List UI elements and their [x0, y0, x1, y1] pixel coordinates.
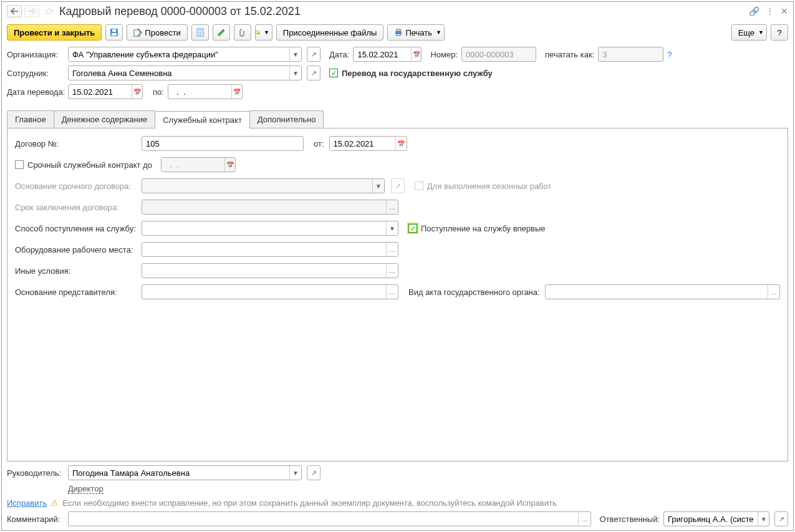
- svg-rect-12: [397, 34, 400, 36]
- first-entry-checkbox[interactable]: ✓: [408, 224, 417, 233]
- favorite-star-icon[interactable]: ☆: [44, 4, 54, 18]
- print-label: Печать: [405, 28, 432, 37]
- responsible-input[interactable]: [664, 512, 758, 526]
- term-label: Срок заключения договора:: [15, 203, 137, 212]
- manager-input-group[interactable]: ▼: [68, 465, 302, 480]
- entry-method-input-group[interactable]: ▼: [142, 221, 398, 236]
- calendar-icon[interactable]: 📅: [395, 137, 406, 150]
- responsible-open-button[interactable]: ↗: [774, 511, 788, 526]
- ellipsis-icon[interactable]: …: [386, 285, 398, 299]
- comment-input[interactable]: [69, 512, 578, 526]
- equipment-input[interactable]: [142, 243, 386, 256]
- link-icon[interactable]: 🔗: [749, 6, 759, 16]
- urgent-label: Срочный служебный контракт до: [27, 160, 152, 170]
- transfer-date-input[interactable]: [69, 85, 132, 99]
- hint-icon[interactable]: ?: [667, 50, 672, 59]
- urgent-date-input: [161, 158, 224, 172]
- org-label: Организация:: [7, 50, 64, 59]
- urgent-checkbox[interactable]: [15, 160, 24, 169]
- more-button[interactable]: Еще ▼: [731, 24, 767, 41]
- nav-forward-button[interactable]: [24, 5, 39, 17]
- term-input-group: …: [142, 200, 398, 215]
- calendar-icon[interactable]: 📅: [231, 85, 242, 99]
- transfer-gov-checkbox[interactable]: ✓: [329, 69, 338, 77]
- fix-link[interactable]: Исправить: [7, 498, 47, 508]
- number-input-group: [461, 47, 536, 62]
- act-type-input[interactable]: [546, 285, 768, 299]
- chevron-down-icon: ▼: [436, 29, 441, 36]
- close-icon[interactable]: ✕: [781, 6, 788, 16]
- more-menu-icon[interactable]: ⋮: [766, 6, 774, 16]
- save-button[interactable]: [105, 24, 123, 41]
- calendar-icon: 📅: [224, 158, 235, 172]
- chevron-down-icon: ▼: [758, 29, 764, 36]
- comment-input-group[interactable]: …: [68, 511, 591, 526]
- more-label: Еще: [738, 28, 754, 37]
- nav-back-button[interactable]: [7, 5, 22, 17]
- tab-contract[interactable]: Служебный контракт: [155, 111, 250, 128]
- act-type-input-group[interactable]: …: [545, 284, 780, 299]
- manager-input[interactable]: [69, 466, 289, 480]
- dropdown-icon[interactable]: ▼: [386, 221, 398, 235]
- contract-no-input-group[interactable]: [142, 136, 304, 151]
- help-button[interactable]: ?: [771, 24, 788, 41]
- calendar-icon[interactable]: 📅: [132, 85, 142, 99]
- employee-input-group[interactable]: ▼: [68, 65, 302, 80]
- tab-content-contract: Договор №: от: 📅 Срочный служебный контр…: [7, 128, 788, 462]
- first-entry-label: Поступление на службу впервые: [421, 224, 546, 233]
- act-type-label: Вид акта государственного органа:: [408, 288, 540, 297]
- ellipsis-icon[interactable]: …: [578, 512, 590, 526]
- approve-button[interactable]: Провести: [127, 24, 188, 41]
- org-input-group[interactable]: ▼: [68, 47, 302, 62]
- date-input-group[interactable]: 📅: [353, 47, 422, 62]
- term-input: [142, 200, 386, 214]
- to-date-input-group[interactable]: 📅: [168, 84, 243, 99]
- document-icon-button[interactable]: [191, 24, 209, 41]
- manager-label: Руководитель:: [7, 468, 64, 478]
- entry-method-input[interactable]: [142, 221, 386, 235]
- template-dropdown-button[interactable]: ▼: [255, 24, 272, 41]
- date-input[interactable]: [354, 47, 410, 61]
- to-date-input[interactable]: [168, 85, 231, 99]
- ellipsis-icon: …: [386, 200, 398, 214]
- ellipsis-icon[interactable]: …: [768, 285, 779, 299]
- other-cond-input[interactable]: [142, 264, 386, 278]
- attached-files-button[interactable]: Присоединенные файлы: [276, 24, 384, 41]
- responsible-label: Ответственный:: [600, 515, 660, 524]
- fix-hint: Если необходимо внести исправление, но п…: [62, 498, 556, 508]
- rep-basis-input[interactable]: [142, 285, 386, 299]
- equipment-input-group[interactable]: …: [142, 242, 398, 257]
- org-input[interactable]: [69, 47, 289, 61]
- approve-close-button[interactable]: Провести и закрыть: [7, 24, 102, 41]
- calendar-icon[interactable]: 📅: [411, 47, 422, 61]
- ellipsis-icon[interactable]: …: [386, 264, 398, 278]
- employee-open-button[interactable]: ↗: [307, 65, 320, 80]
- transfer-gov-label: Перевод на государственную службу: [342, 69, 493, 78]
- edit-icon-button[interactable]: [213, 24, 230, 41]
- to-label: по:: [153, 87, 164, 97]
- transfer-date-input-group[interactable]: 📅: [68, 84, 143, 99]
- dropdown-icon[interactable]: ▼: [289, 47, 301, 61]
- ellipsis-icon[interactable]: …: [386, 243, 398, 256]
- manager-open-button[interactable]: ↗: [307, 465, 320, 480]
- transfer-date-label: Дата перевода:: [7, 87, 64, 97]
- comment-label: Комментарий:: [7, 515, 64, 524]
- attach-icon-button[interactable]: [234, 24, 251, 41]
- dropdown-icon[interactable]: ▼: [289, 66, 301, 80]
- employee-input[interactable]: [69, 66, 289, 80]
- tab-payment[interactable]: Денежное содержание: [54, 110, 155, 128]
- manager-role-link[interactable]: Директор: [68, 484, 104, 494]
- dropdown-icon[interactable]: ▼: [758, 512, 769, 526]
- tab-extra[interactable]: Дополнительно: [249, 110, 324, 128]
- responsible-input-group[interactable]: ▼: [663, 511, 769, 526]
- rep-basis-input-group[interactable]: …: [142, 284, 398, 299]
- print-button[interactable]: Печать ▼: [387, 24, 445, 41]
- org-open-button[interactable]: ↗: [307, 47, 320, 62]
- other-cond-input-group[interactable]: …: [142, 263, 398, 278]
- contract-no-input[interactable]: [142, 137, 303, 150]
- tab-main[interactable]: Главное: [7, 110, 54, 128]
- from-date-input-group[interactable]: 📅: [329, 136, 407, 151]
- dropdown-icon[interactable]: ▼: [289, 466, 301, 480]
- number-input: [462, 47, 536, 61]
- from-date-input[interactable]: [330, 137, 396, 150]
